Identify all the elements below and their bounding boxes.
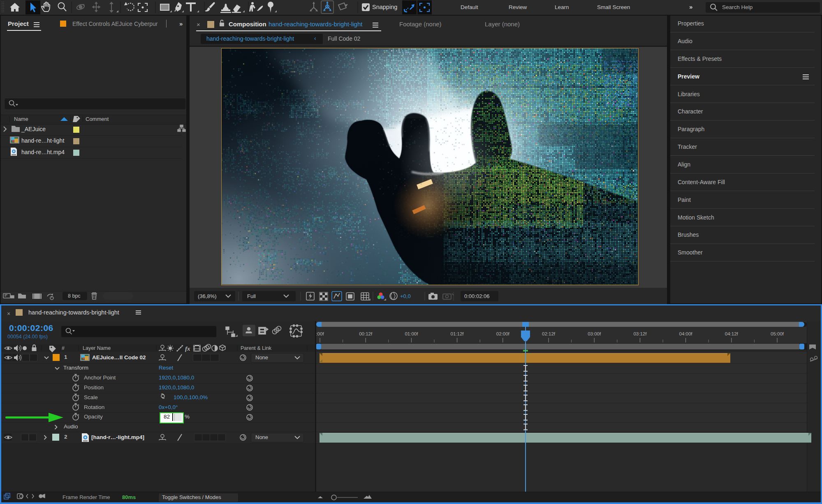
svg-text:fx: fx	[185, 345, 190, 352]
